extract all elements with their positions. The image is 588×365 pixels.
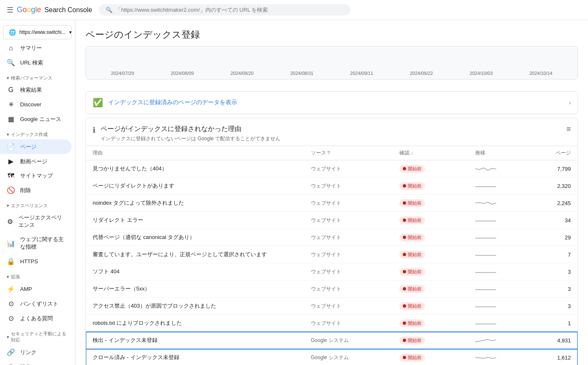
cell-pages: 3 <box>528 263 578 280</box>
sidebar-item-google-news[interactable]: ▦ Google ニュース <box>0 112 72 126</box>
table-row[interactable]: robots.txt によりブロックされました ウェブサイト 開始前 1 <box>86 315 578 332</box>
amp-icon: ⚡ <box>7 285 15 293</box>
cell-trend <box>469 195 528 212</box>
sidebar-item-removal[interactable]: 🚫 削除 <box>0 183 72 198</box>
cell-status: 開始前 <box>393 246 468 263</box>
section-experience: ▾ エクスペリエンス <box>0 198 75 211</box>
sidebar-item-breadcrumb[interactable]: ⊙ パンくずリスト <box>0 296 72 311</box>
sidebar-label-pages: ページ <box>20 143 36 151</box>
table-row[interactable]: サーバーエラー（5xx） ウェブサイト 開始前 3 <box>86 280 578 298</box>
sidebar-item-discover[interactable]: ✳ Discover <box>0 97 72 112</box>
sidebar-item-pages[interactable]: 📄 ページ <box>0 139 72 154</box>
cell-pages: 2,320 <box>528 177 578 195</box>
col-header-reason[interactable]: 理由 <box>86 146 304 160</box>
cell-source: Google システム <box>304 332 393 349</box>
sidebar-label-removal: 削除 <box>20 187 31 194</box>
cell-trend <box>469 263 528 280</box>
globe-icon: 🌐 <box>9 29 16 36</box>
date-label-5: 2024/09/11 <box>350 71 373 76</box>
faq-icon: ⊙ <box>7 314 15 322</box>
sidebar-item-web-vitals[interactable]: 📊 ウェブに関する主な指標 <box>0 232 72 254</box>
table-header-row: 理由 ソース ? 確認 ↓ 推移 ページ <box>86 146 578 160</box>
chart-icon: G <box>7 86 15 94</box>
cell-trend <box>469 298 528 315</box>
discover-icon: ✳ <box>7 100 15 108</box>
cell-trend <box>469 229 528 246</box>
site-selector[interactable]: 🌐 https://www.switchi... ▾ <box>3 25 72 39</box>
date-label-7: 2024/10/03 <box>470 71 493 76</box>
table-row[interactable]: リダイレクト エラー ウェブサイト 開始前 34 <box>86 212 578 229</box>
table-row[interactable]: クロール済み - インデックス未登録 Google システム 開始前 1,612 <box>86 349 578 365</box>
page-title: ページのインデックス登録 <box>85 28 578 41</box>
sidebar-item-settings[interactable]: ⚙ 設定 <box>0 360 72 365</box>
sidebar-item-page-experience[interactable]: ⚙ ページエクスペリエンス <box>0 211 72 232</box>
search-icon: 🔍 <box>106 7 112 13</box>
sidebar-label-discover: Discover <box>20 101 41 108</box>
home-icon: ⌂ <box>7 44 15 52</box>
date-label-8: 2024/10/14 <box>529 71 552 76</box>
sidebar-item-sitemap[interactable]: 🗺 サイトマップ <box>0 169 72 183</box>
table-row[interactable]: noindex タグによって除外されました ウェブサイト 開始前 2,245 <box>86 195 578 212</box>
table-top: ℹ ページがインデックスに登録されなかった理由 インデックスに登録されていないペ… <box>93 125 571 142</box>
chart-dates: 2024/07/29 2024/08/09 2024/08/20 2024/08… <box>86 71 578 76</box>
menu-icon[interactable]: ☰ <box>7 5 13 15</box>
cell-pages: 3 <box>528 298 578 315</box>
sidebar-item-https[interactable]: 🔒 HTTPS <box>0 254 72 269</box>
sidebar-item-url-inspection[interactable]: 🔍 URL 検索 <box>0 55 72 70</box>
col-header-trend[interactable]: 推移 <box>469 146 528 160</box>
search-input[interactable] <box>116 7 344 13</box>
cell-trend <box>469 177 528 195</box>
section-arrow5: ▾ <box>7 334 9 340</box>
date-label-6: 2024/09/22 <box>410 71 433 76</box>
section-extensions: ▾ 拡張 <box>0 269 75 282</box>
sidebar-label-search: 検索結果 <box>20 86 42 94</box>
cell-source: ウェブサイト <box>304 315 393 332</box>
chevron-right-icon: › <box>569 100 571 106</box>
google-logo: Google <box>17 5 41 14</box>
cell-status: 開始前 <box>393 263 468 280</box>
cell-source: ウェブサイト <box>304 212 393 229</box>
sidebar-item-faq[interactable]: ⊙ よくある質問 <box>0 311 72 326</box>
table-row[interactable]: 検出 - インデックス未登録 Google システム 開始前 4,931 <box>86 332 578 349</box>
lock-icon: 🔒 <box>7 257 15 265</box>
table-row[interactable]: アクセス禁止（403）が原因でブロックされました ウェブサイト 開始前 3 <box>86 298 578 315</box>
search-bar[interactable]: 🔍 <box>99 4 350 15</box>
table-row[interactable]: 審査しています。ユーザーにより、正規ページとして選択されています ウェブサイト … <box>86 246 578 263</box>
date-label-4: 2024/08/31 <box>290 71 313 76</box>
table-row[interactable]: ソフト 404 ウェブサイト 開始前 3 <box>86 263 578 280</box>
sidebar-item-links[interactable]: 🔗 リンク <box>0 345 72 360</box>
settings-icon: ⚙ <box>7 363 15 365</box>
cell-status: 開始前 <box>393 332 468 349</box>
section-security: ▾ セキュリティと手動による対応 <box>0 326 75 345</box>
sidebar-item-videos[interactable]: ▶ 動画ページ <box>0 154 72 169</box>
video-icon: ▶ <box>7 157 15 165</box>
col-header-confirmed[interactable]: 確認 ↓ <box>393 146 468 160</box>
table-header-section: ℹ ページがインデックスに登録されなかった理由 インデックスに登録されていないペ… <box>86 118 578 146</box>
col-header-pages[interactable]: ページ <box>528 146 578 160</box>
filter-icon[interactable]: ≡ <box>566 125 571 134</box>
index-card[interactable]: ✅ インデックスに登録済みのページのデータを表示 › <box>85 91 578 114</box>
cell-pages: 1,612 <box>528 349 578 365</box>
table-row[interactable]: 見つかりませんでした（404） ウェブサイト 開始前 7,799 <box>86 160 578 177</box>
sidebar-label-videos: 動画ページ <box>20 158 47 165</box>
table-title-block: ページがインデックスに登録されなかった理由 インデックスに登録されていないページ… <box>101 125 280 142</box>
cell-trend <box>469 315 528 332</box>
table-row[interactable]: 代替ページ（適切な canonical タグあり） ウェブサイト 開始前 29 <box>86 229 578 246</box>
col-header-source[interactable]: ソース ? <box>304 146 393 160</box>
cell-status: 開始前 <box>393 349 468 365</box>
sidebar-item-amp[interactable]: ⚡ AMP <box>0 282 72 296</box>
index-row[interactable]: ✅ インデックスに登録済みのページのデータを表示 › <box>86 92 578 114</box>
date-label-3: 2024/08/20 <box>231 71 254 76</box>
not-indexed-section: ℹ ページがインデックスに登録されなかった理由 インデックスに登録されていないペ… <box>85 118 578 365</box>
cell-reason: ページにリダイレクトがあります <box>86 177 304 195</box>
table-title: ページがインデックスに登録されなかった理由 <box>101 125 280 134</box>
cell-status: 開始前 <box>393 315 468 332</box>
sidebar-label-settings: 設定 <box>20 363 31 365</box>
sidebar-item-search-results[interactable]: G 検索結果 <box>0 83 72 97</box>
table-row[interactable]: ページにリダイレクトがあります ウェブサイト 開始前 2,320 <box>86 177 578 195</box>
vitals-icon: 📊 <box>7 239 15 247</box>
cell-source: ウェブサイト <box>304 280 393 298</box>
sidebar-item-summary[interactable]: ⌂ サマリー <box>0 41 72 55</box>
sidebar: 🌐 https://www.switchi... ▾ ⌂ サマリー 🔍 URL … <box>0 20 75 365</box>
sidebar-label-https: HTTPS <box>20 258 38 265</box>
